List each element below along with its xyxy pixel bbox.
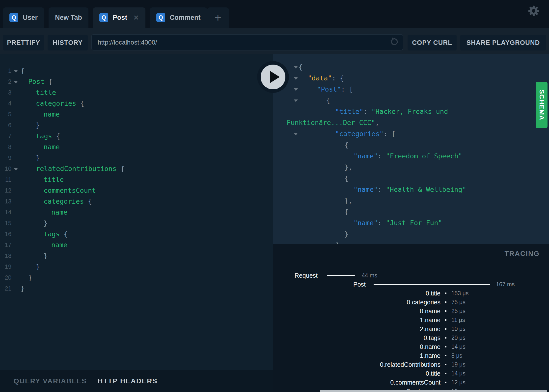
editor-line: 6} [0,120,273,131]
trace-time: 19 μs [451,361,466,368]
trace-time: 44 ms [362,272,377,279]
response-line: { [273,206,549,217]
line-number: 21 [0,283,11,294]
fold-toggle-icon[interactable] [14,70,18,73]
query-variables-tab[interactable]: QUERY VARIABLES [14,377,87,385]
editor-line: 12commentsCount [0,185,273,196]
tab-user[interactable]: QUser [3,7,44,28]
trace-label: 0.name [273,343,440,350]
tab-label: Comment [170,14,201,22]
trace-label: Post [273,281,366,288]
response-line: } [273,228,549,240]
trace-dash [445,328,446,330]
editor-line: 9} [0,152,273,163]
editor-line: 3title [0,87,273,98]
tab-label: New Tab [55,14,82,22]
trace-row: Post167 ms [273,280,549,289]
fold-toggle-icon[interactable] [294,88,298,91]
trace-row: 0.tags20 μs [273,333,549,342]
editor-line: 15} [0,218,273,229]
trace-row: 0.name25 μs [273,307,549,316]
editor-line: 13categories { [0,196,273,207]
trace-time: 14 μs [451,343,466,350]
trace-row: 1.name8 μs [273,351,549,360]
trace-time: 8 μs [451,352,462,359]
trace-bar [374,284,490,285]
toolbar: PRETTIFY HISTORY COPY CURL SHARE PLAYGRO… [0,28,549,54]
fold-toggle-icon[interactable] [14,168,18,171]
response-line: }, [273,162,549,173]
response-line: "Post": [ [273,84,549,95]
query-badge: Q [9,13,18,22]
trace-bar [327,275,355,276]
response-line: ] [273,240,549,244]
graphql-playground-window: QUserNew TabQPost✕QComment + PRETTIFY HI… [0,0,549,392]
line-number: 14 [0,207,11,218]
line-number: 3 [0,87,11,98]
trace-time: 12 μs [451,379,466,386]
tab-new-tab[interactable]: New Tab [49,7,88,28]
editor-line: 8name [0,142,273,152]
trace-dash [445,337,446,339]
trace-time: 20 μs [451,335,466,341]
editor-line: 16tags { [0,229,273,240]
trace-dash [445,382,446,383]
response-line: "data": { [273,73,549,84]
query-editor[interactable]: 1{2Post {3title4categories {5name6}7tags… [0,54,273,370]
editor-line: 18} [0,250,273,261]
http-headers-tab[interactable]: HTTP HEADERS [98,377,158,385]
trace-time: 10 μs [451,326,466,332]
history-button[interactable]: HISTORY [48,35,88,50]
schema-tab[interactable]: SCHEMA [536,82,548,128]
new-tab-button[interactable]: + [207,7,229,28]
editor-line: 10relatedContributions { [0,163,273,174]
editor-line: 11title [0,174,273,185]
fold-toggle-icon[interactable] [294,133,298,135]
trace-row: 0.title14 μs [273,369,549,378]
line-number: 2 [0,76,11,87]
line-number: 10 [0,163,11,174]
gear-icon [527,4,541,18]
editor-line: 2Post { [0,76,273,87]
line-number: 13 [0,196,11,207]
tab-label: Post [113,14,127,22]
tracing-panel: TRACING Request44 msPost167 ms0.title153… [273,244,549,392]
trace-row: 1.name11 μs [273,316,549,324]
tab-list: QUserNew TabQPost✕QComment [0,7,207,28]
line-number: 20 [0,272,11,283]
trace-time: 75 μs [451,299,466,306]
tab-post[interactable]: QPost✕ [93,7,145,28]
line-number: 4 [0,98,11,109]
trace-label: 0.commentsCount [273,379,440,386]
line-number: 19 [0,261,11,272]
share-playground-button[interactable]: SHARE PLAYGROUND [460,35,546,50]
editor-line: 19} [0,261,273,272]
plus-icon: + [215,11,221,24]
prettify-button[interactable]: PRETTIFY [3,35,44,50]
trace-label: Request [273,272,318,279]
execute-button[interactable] [257,61,289,93]
trace-label: 0.name [273,308,440,315]
close-icon[interactable]: ✕ [133,14,139,22]
response-line: { [273,61,549,73]
editor-line: 4categories { [0,98,273,109]
horizontal-scrollbar[interactable] [320,390,547,392]
endpoint-url-input[interactable] [91,34,403,50]
settings-button[interactable] [527,4,541,18]
trace-label: 0.tags [273,334,440,342]
editor-line: 21} [0,283,273,294]
trace-row: 2.name10 μs [273,324,549,333]
fold-toggle-icon[interactable] [14,81,18,83]
fold-toggle-icon[interactable] [294,99,298,102]
tab-comment[interactable]: QComment [150,7,207,28]
fold-toggle-icon[interactable] [294,77,298,80]
response-line: "title": "Hacker, Freaks und [273,106,549,117]
trace-dash [445,373,446,374]
editor-line: 1{ [0,65,273,76]
fold-toggle-icon[interactable] [294,66,298,69]
trace-dash [445,310,446,312]
reload-icon[interactable] [389,37,399,47]
query-badge: Q [99,13,108,22]
copy-curl-button[interactable]: COPY CURL [408,35,457,50]
trace-label: 0.categories [273,299,440,306]
